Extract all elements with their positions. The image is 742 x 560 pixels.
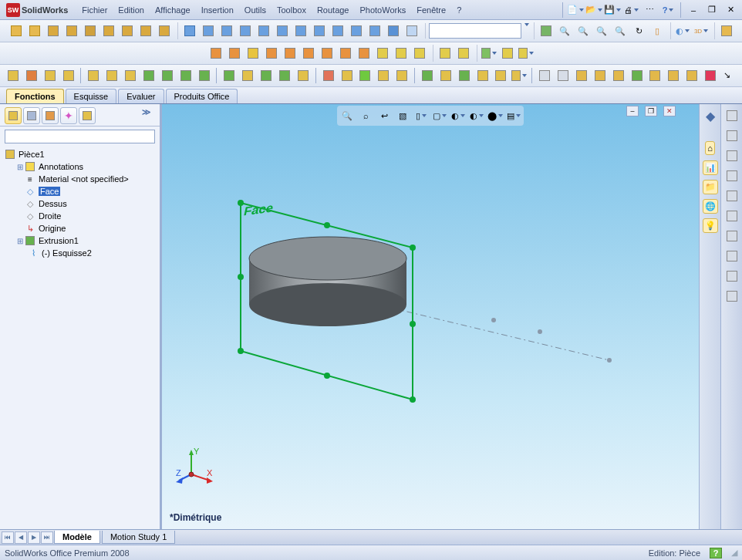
btab-next[interactable]: ▶ (28, 531, 40, 544)
rr2-4[interactable] (723, 167, 740, 184)
open-button[interactable]: 📂 (585, 2, 602, 18)
t3-38[interactable]: ↘ (720, 67, 737, 84)
t3-19[interactable] (356, 67, 373, 84)
tool-view-8[interactable]: ◐ (674, 22, 691, 39)
t3-4[interactable] (60, 67, 77, 84)
panel-tab-4[interactable]: ✦ (60, 107, 77, 124)
tab-esquisse[interactable]: Esquisse (66, 89, 117, 103)
vp-prev-view[interactable]: ↩ (376, 107, 393, 124)
t3-24[interactable] (456, 67, 473, 84)
tool-sketch-4[interactable] (63, 22, 80, 39)
tool-misc-7[interactable] (319, 45, 336, 62)
panel-tab-5[interactable] (79, 107, 96, 124)
window-restore[interactable]: ❐ (703, 2, 720, 18)
tool-view-7[interactable]: ▯ (649, 22, 666, 39)
doc-close[interactable]: ✕ (663, 106, 676, 116)
tool-feature-12[interactable] (385, 22, 402, 39)
t3-5[interactable] (85, 67, 102, 84)
tool-feature-3[interactable] (218, 22, 235, 39)
tool-sketch-5[interactable] (82, 22, 99, 39)
tool-misc-8[interactable] (337, 45, 354, 62)
vp-display-style[interactable]: ▢ (431, 107, 448, 124)
tool-misc-14[interactable] (455, 45, 472, 62)
new-button[interactable]: 📄 (567, 2, 584, 18)
doc-minimize[interactable]: – (626, 106, 639, 116)
t3-31[interactable] (592, 67, 609, 84)
tool-misc-11[interactable] (393, 45, 410, 62)
t3-35[interactable] (665, 67, 682, 84)
tool-feature-11[interactable] (366, 22, 383, 39)
t3-10[interactable] (177, 67, 194, 84)
vp-orientation[interactable]: ▯ (413, 107, 430, 124)
t3-9[interactable] (159, 67, 176, 84)
t3-26[interactable] (492, 67, 509, 84)
rr2-9[interactable] (723, 268, 740, 285)
vp-section[interactable]: ▧ (394, 107, 411, 124)
tool-view-6[interactable]: ↻ (630, 22, 647, 39)
t3-36[interactable] (683, 67, 700, 84)
tool-misc-12[interactable] (411, 45, 428, 62)
t3-32[interactable] (610, 67, 627, 84)
tree-esquisse2[interactable]: ⌇ (-) Esquisse2 (3, 247, 157, 259)
tool-feature-13[interactable] (403, 22, 420, 39)
tool-view-11[interactable]: ⟲ (737, 22, 742, 39)
tab-produits-office[interactable]: Produits Office (166, 89, 238, 103)
tool-feature-7[interactable] (292, 22, 309, 39)
tool-sketch-1[interactable] (8, 22, 25, 39)
vp-zoom-area[interactable]: ⌕ (357, 107, 374, 124)
panel-expand-icon[interactable]: ≫ (138, 107, 155, 124)
menu-affichage[interactable]: Affichage (155, 5, 191, 15)
tool-misc-9[interactable] (356, 45, 373, 62)
t3-6[interactable] (103, 67, 120, 84)
t3-33[interactable] (629, 67, 646, 84)
vp-appearance[interactable]: ⬤ (487, 107, 504, 124)
tree-plane-face[interactable]: ◇ Face (3, 185, 157, 197)
print-button[interactable]: 🖨 (622, 2, 639, 18)
menu-fichier[interactable]: Fichier (82, 5, 107, 15)
vp-scene[interactable]: ◐ (468, 107, 485, 124)
t3-11[interactable] (196, 67, 213, 84)
tool-feature-5[interactable] (255, 22, 272, 39)
rr2-8[interactable] (723, 248, 740, 265)
rr2-2[interactable] (723, 127, 740, 144)
t3-21[interactable] (393, 67, 410, 84)
t3-1[interactable] (5, 67, 22, 84)
t3-8[interactable] (140, 67, 157, 84)
tool-view-10[interactable] (718, 22, 735, 39)
tree-origin[interactable]: ↳ Origine (3, 222, 157, 234)
t3-23[interactable] (437, 67, 454, 84)
menu-toolbox[interactable]: Toolbox (277, 5, 306, 15)
tool-misc-2[interactable] (226, 45, 243, 62)
rr2-3[interactable] (723, 147, 740, 164)
t3-2[interactable] (23, 67, 40, 84)
tool-misc-13[interactable] (437, 45, 454, 62)
vp-setting[interactable]: ▤ (505, 107, 522, 124)
tool-view-1[interactable] (538, 22, 555, 39)
btab-first[interactable]: ⏮ (2, 531, 14, 544)
rr2-5[interactable] (723, 187, 740, 204)
btab-modele[interactable]: Modèle (54, 531, 100, 544)
rr2-1[interactable] (723, 107, 740, 124)
rr-globe-icon[interactable]: 🌐 (702, 197, 719, 214)
tool-view-9[interactable]: 3D (693, 22, 710, 39)
tool-feature-8[interactable] (311, 22, 328, 39)
btab-last[interactable]: ⏭ (41, 531, 53, 544)
t3-25[interactable] (474, 67, 491, 84)
tool-view-5[interactable]: 🔍 (612, 22, 629, 39)
axis-triad[interactable]: Y X Z (176, 448, 214, 487)
t3-28[interactable] (536, 67, 553, 84)
doc-restore[interactable]: ❐ (645, 106, 657, 116)
tool-view-4[interactable]: 🔍 (593, 22, 610, 39)
t3-27[interactable] (511, 67, 528, 84)
tool-misc-3[interactable] (245, 45, 261, 62)
tool-misc-4[interactable] (263, 45, 280, 62)
save-button[interactable]: 💾 (604, 2, 621, 18)
tree-plane-dessus[interactable]: ◇ Dessus (3, 197, 157, 210)
rr-bulb-icon[interactable]: 💡 (702, 217, 719, 234)
tool-sketch-9[interactable] (156, 22, 173, 39)
btab-prev[interactable]: ◀ (15, 531, 27, 544)
vp-zoom-fit[interactable]: 🔍 (339, 107, 356, 124)
menu-help[interactable]: ? (457, 5, 461, 15)
panel-tab-tree[interactable] (5, 107, 22, 124)
tool-sketch-8[interactable] (137, 22, 154, 39)
